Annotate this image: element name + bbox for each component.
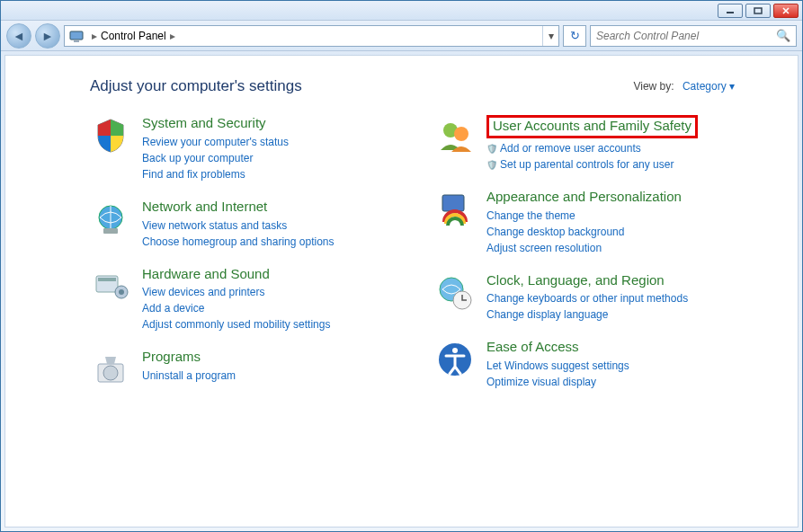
task-link[interactable]: Let Windows suggest settings [486, 358, 629, 374]
svg-rect-7 [98, 278, 116, 281]
svg-rect-14 [442, 195, 464, 211]
category-system-security[interactable]: System and Security Review your computer… [90, 115, 391, 182]
category-title[interactable]: Ease of Access [486, 339, 629, 356]
back-button[interactable]: ◄ [6, 23, 31, 49]
hardware-icon [90, 266, 131, 307]
ease-of-access-icon [434, 339, 476, 380]
svg-point-9 [119, 289, 124, 295]
svg-rect-1 [754, 8, 762, 13]
close-icon [781, 7, 790, 14]
svg-point-13 [454, 127, 468, 141]
category-title[interactable]: User Accounts and Family Safety [486, 115, 698, 138]
view-by-value[interactable]: Category ▾ [683, 80, 735, 93]
task-link[interactable]: Choose homegroup and sharing options [142, 234, 334, 250]
task-link[interactable]: Change display language [486, 306, 688, 323]
forward-arrow-icon: ► [41, 29, 54, 43]
svg-point-19 [452, 348, 458, 353]
refresh-button[interactable]: ↻ [563, 25, 586, 47]
minimize-icon [726, 7, 735, 14]
category-appearance[interactable]: Appearance and Personalization Change th… [434, 189, 736, 256]
task-link[interactable]: 🛡️Set up parental controls for any user [486, 156, 698, 173]
search-input[interactable] [596, 30, 776, 42]
task-link[interactable]: Change keyboards or other input methods [486, 290, 688, 306]
category-hardware-sound[interactable]: Hardware and Sound View devices and prin… [90, 266, 391, 333]
maximize-icon [754, 7, 763, 14]
task-link[interactable]: View network status and tasks [142, 217, 334, 234]
close-button[interactable] [773, 4, 799, 18]
category-title[interactable]: Programs [142, 349, 236, 366]
refresh-icon: ↻ [570, 29, 580, 42]
control-panel-icon [68, 29, 85, 43]
chevron-down-icon: ▾ [729, 80, 735, 93]
svg-rect-2 [70, 31, 83, 40]
category-title[interactable]: Appearance and Personalization [486, 189, 682, 206]
toolbar: ◄ ► ▸ Control Panel ▸ ▾ ↻ 🔍 [1, 21, 802, 51]
task-link[interactable]: 🛡️Add or remove user accounts [486, 140, 698, 156]
back-arrow-icon: ◄ [13, 29, 25, 43]
search-box[interactable]: 🔍 [590, 25, 797, 47]
category-network-internet[interactable]: Network and Internet View network status… [90, 199, 391, 250]
category-column-right: User Accounts and Family Safety 🛡️Add or… [434, 115, 736, 390]
address-dropdown-button[interactable]: ▾ [542, 26, 558, 46]
maximize-button[interactable] [745, 4, 771, 18]
user-accounts-icon [434, 115, 476, 156]
shield-icon: 🛡️ [486, 160, 497, 170]
task-link[interactable]: Review your computer's status [142, 134, 289, 150]
task-link[interactable]: Change the theme [486, 208, 682, 224]
search-icon: 🔍 [776, 29, 790, 42]
content-area: Adjust your computer's settings View by:… [4, 55, 799, 528]
task-link[interactable]: Add a device [142, 300, 330, 316]
network-icon [90, 199, 131, 240]
task-link[interactable]: Back up your computer [142, 150, 289, 166]
programs-icon [90, 349, 131, 390]
category-title[interactable]: Hardware and Sound [142, 266, 330, 283]
clock-icon [434, 272, 476, 314]
address-bar[interactable]: ▸ Control Panel ▸ ▾ [64, 25, 559, 47]
task-link[interactable]: Adjust screen resolution [486, 240, 682, 256]
view-by-control[interactable]: View by: Category ▾ [633, 80, 735, 93]
svg-rect-5 [103, 228, 118, 234]
task-link[interactable]: Find and fix problems [142, 166, 289, 182]
category-user-accounts[interactable]: User Accounts and Family Safety 🛡️Add or… [434, 115, 736, 173]
titlebar [1, 1, 802, 21]
category-title[interactable]: Clock, Language, and Region [486, 272, 688, 289]
breadcrumb-root[interactable]: Control Panel [101, 30, 166, 42]
category-title[interactable]: Network and Internet [142, 199, 334, 216]
category-ease-of-access[interactable]: Ease of Access Let Windows suggest setti… [434, 339, 736, 390]
task-link[interactable]: Uninstall a program [142, 368, 236, 384]
category-title[interactable]: System and Security [142, 115, 289, 132]
category-clock-region[interactable]: Clock, Language, and Region Change keybo… [434, 272, 736, 324]
task-link[interactable]: Optimize visual display [486, 374, 629, 390]
page-title: Adjust your computer's settings [90, 77, 302, 95]
category-programs[interactable]: Programs Uninstall a program [90, 349, 391, 390]
breadcrumb-chevron-icon: ▸ [170, 30, 175, 42]
svg-rect-3 [74, 40, 79, 42]
category-column-left: System and Security Review your computer… [90, 115, 391, 390]
svg-rect-0 [727, 12, 734, 13]
svg-point-11 [103, 366, 118, 380]
breadcrumb-chevron-icon: ▸ [92, 30, 97, 42]
forward-button[interactable]: ► [35, 23, 60, 49]
content-header: Adjust your computer's settings View by:… [90, 77, 771, 95]
task-link[interactable]: Change desktop background [486, 224, 682, 240]
shield-icon: 🛡️ [486, 144, 497, 154]
minimize-button[interactable] [718, 4, 743, 18]
view-by-label: View by: [633, 80, 674, 93]
system-security-icon [90, 115, 131, 156]
category-grid: System and Security Review your computer… [90, 115, 771, 390]
task-link[interactable]: View devices and printers [142, 284, 330, 300]
appearance-icon [434, 189, 476, 230]
task-link[interactable]: Adjust commonly used mobility settings [142, 316, 330, 332]
